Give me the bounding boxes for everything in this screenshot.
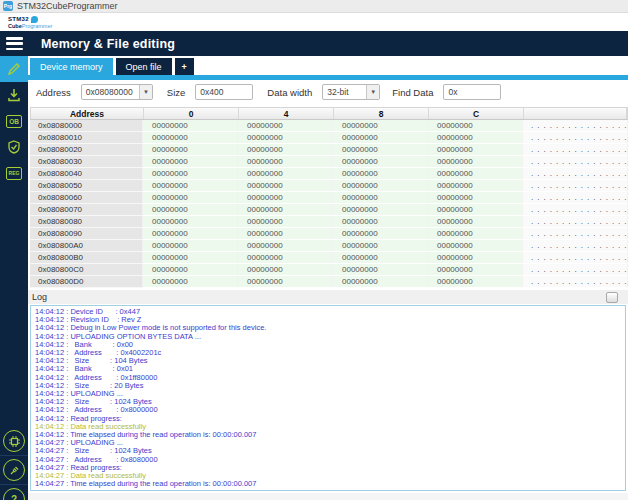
hex-value-cell[interactable]: 00000000 <box>238 252 333 264</box>
ascii-cell: ................ <box>523 276 628 288</box>
hex-value-cell[interactable]: 00000000 <box>428 156 523 168</box>
hex-value-cell[interactable]: 00000000 <box>143 264 238 276</box>
log-line: 14:04:12 : Size : 20 Bytes <box>35 382 625 390</box>
hex-value-cell[interactable]: 00000000 <box>238 120 333 132</box>
hex-value-cell[interactable]: 00000000 <box>238 180 333 192</box>
hex-value-cell[interactable]: 00000000 <box>428 204 523 216</box>
hex-value-cell[interactable]: 00000000 <box>238 132 333 144</box>
hex-value-cell[interactable]: 00000000 <box>238 216 333 228</box>
hex-value-cell[interactable]: 00000000 <box>428 252 523 264</box>
address-cell: 0x080800C0 <box>30 264 143 276</box>
question-icon[interactable]: ? <box>3 488 25 500</box>
address-cell: 0x080800D0 <box>30 276 143 288</box>
hex-value-cell[interactable]: 00000000 <box>428 216 523 228</box>
ascii-cell: ................ <box>523 156 628 168</box>
table-row: 0x080800B0000000000000000000000000000000… <box>30 252 628 264</box>
hex-value-cell[interactable]: 00000000 <box>428 180 523 192</box>
table-row: 0x08080020000000000000000000000000000000… <box>30 144 628 156</box>
col-ascii <box>524 108 627 119</box>
chevron-down-icon[interactable]: ▼ <box>366 85 379 99</box>
table-row: 0x08080030000000000000000000000000000000… <box>30 156 628 168</box>
sidebar-item-registers[interactable]: REG <box>0 160 28 186</box>
hex-value-cell[interactable]: 00000000 <box>428 120 523 132</box>
hex-value-cell[interactable]: 00000000 <box>333 216 428 228</box>
hex-value-cell[interactable]: 00000000 <box>143 192 238 204</box>
hex-value-cell[interactable]: 00000000 <box>428 168 523 180</box>
chevron-down-icon[interactable]: ▼ <box>139 85 152 99</box>
table-row: 0x080800C0000000000000000000000000000000… <box>30 264 628 276</box>
hex-value-cell[interactable]: 00000000 <box>238 228 333 240</box>
memory-table: Address 0 4 8 C 0x0808000000000000000000… <box>30 107 628 288</box>
hex-value-cell[interactable]: 00000000 <box>428 276 523 288</box>
hex-value-cell[interactable]: 00000000 <box>428 264 523 276</box>
hex-value-cell[interactable]: 00000000 <box>428 132 523 144</box>
plug-icon[interactable] <box>3 459 25 481</box>
hex-value-cell[interactable]: 00000000 <box>238 276 333 288</box>
address-cell: 0x08080010 <box>30 132 143 144</box>
hex-value-cell[interactable]: 00000000 <box>238 204 333 216</box>
ob-icon: OB <box>6 115 22 128</box>
page-header: Memory & File editing <box>0 31 628 56</box>
hex-value-cell[interactable]: 00000000 <box>143 120 238 132</box>
hex-value-cell[interactable]: 00000000 <box>143 252 238 264</box>
table-row: 0x08080070000000000000000000000000000000… <box>30 204 628 216</box>
hex-value-cell[interactable]: 00000000 <box>333 180 428 192</box>
hex-value-cell[interactable]: 00000000 <box>333 144 428 156</box>
hex-value-cell[interactable]: 00000000 <box>238 156 333 168</box>
hex-value-cell[interactable]: 00000000 <box>143 168 238 180</box>
hex-value-cell[interactable]: 00000000 <box>333 228 428 240</box>
sidebar-item-erasing-programming[interactable] <box>0 82 28 108</box>
chip-icon[interactable] <box>3 430 25 452</box>
hex-value-cell[interactable]: 00000000 <box>333 156 428 168</box>
hex-value-cell[interactable]: 00000000 <box>143 228 238 240</box>
ascii-cell: ................ <box>523 192 628 204</box>
sidebar-item-security[interactable] <box>0 134 28 160</box>
hex-value-cell[interactable]: 00000000 <box>333 168 428 180</box>
tab-add[interactable]: + <box>175 58 194 75</box>
hex-value-cell[interactable]: 00000000 <box>143 216 238 228</box>
hex-value-cell[interactable]: 00000000 <box>143 132 238 144</box>
sidebar-item-memory-file-editing[interactable] <box>0 56 28 82</box>
hex-value-cell[interactable]: 00000000 <box>143 276 238 288</box>
table-row: 0x080800A0000000000000000000000000000000… <box>30 240 628 252</box>
hex-value-cell[interactable]: 00000000 <box>143 180 238 192</box>
size-input[interactable] <box>195 84 253 100</box>
address-cell: 0x08080060 <box>30 192 143 204</box>
hex-value-cell[interactable]: 00000000 <box>143 204 238 216</box>
hex-value-cell[interactable]: 00000000 <box>333 204 428 216</box>
table-row: 0x08080010000000000000000000000000000000… <box>30 132 628 144</box>
tab-bar: Device memory Open file + <box>30 58 194 75</box>
hex-value-cell[interactable]: 00000000 <box>428 192 523 204</box>
hex-value-cell[interactable]: 00000000 <box>333 120 428 132</box>
sidebar-item-option-bytes[interactable]: OB <box>0 108 28 134</box>
hex-value-cell[interactable]: 00000000 <box>333 192 428 204</box>
hex-value-cell[interactable]: 00000000 <box>238 168 333 180</box>
address-label: Address <box>36 87 71 98</box>
hex-value-cell[interactable]: 00000000 <box>428 144 523 156</box>
hex-value-cell[interactable]: 00000000 <box>143 144 238 156</box>
hex-value-cell[interactable]: 00000000 <box>143 240 238 252</box>
hex-value-cell[interactable]: 00000000 <box>333 132 428 144</box>
hex-value-cell[interactable]: 00000000 <box>238 144 333 156</box>
hex-value-cell[interactable]: 00000000 <box>238 264 333 276</box>
tab-open-file[interactable]: Open file <box>116 58 172 75</box>
hex-value-cell[interactable]: 00000000 <box>333 264 428 276</box>
data-width-select[interactable]: 32-bit ▼ <box>322 84 380 100</box>
menu-icon[interactable] <box>6 37 23 50</box>
hex-value-cell[interactable]: 00000000 <box>333 240 428 252</box>
hex-value-cell[interactable]: 00000000 <box>238 192 333 204</box>
hex-value-cell[interactable]: 00000000 <box>428 240 523 252</box>
find-data-input[interactable] <box>443 84 501 100</box>
hex-value-cell[interactable]: 00000000 <box>428 228 523 240</box>
hex-value-cell[interactable]: 00000000 <box>143 156 238 168</box>
ascii-cell: ................ <box>523 120 628 132</box>
address-combo[interactable]: 0x08080000 ▼ <box>81 84 153 100</box>
tab-device-memory[interactable]: Device memory <box>30 58 113 75</box>
hex-value-cell[interactable]: 00000000 <box>238 240 333 252</box>
hex-value-cell[interactable]: 00000000 <box>333 252 428 264</box>
brand-programmer: Programmer <box>22 23 53 29</box>
address-cell: 0x08080000 <box>30 120 143 132</box>
hex-value-cell[interactable]: 00000000 <box>333 276 428 288</box>
log-verbosity-button[interactable] <box>606 292 618 303</box>
memory-table-body: 0x08080000000000000000000000000000000000… <box>30 120 628 288</box>
